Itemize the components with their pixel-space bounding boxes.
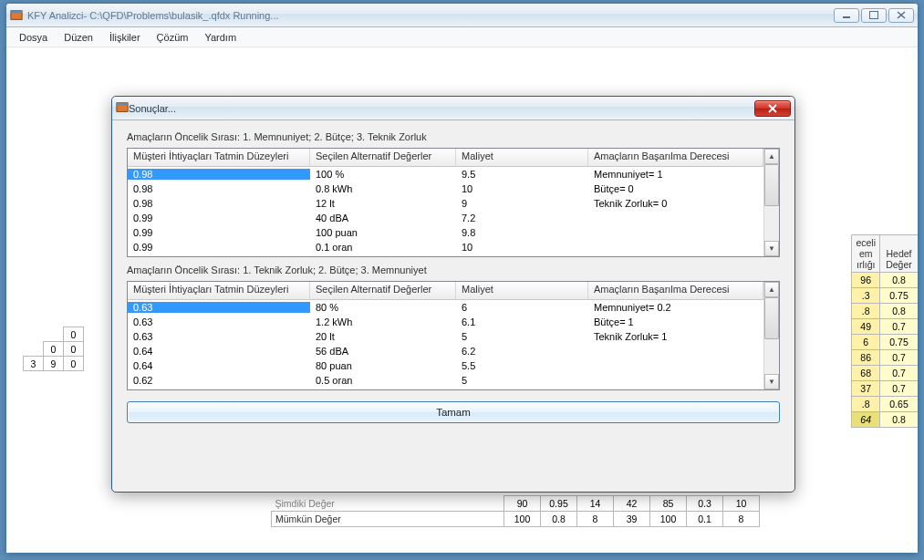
svg-rect-2 bbox=[843, 16, 850, 18]
dialog-titlebar[interactable]: Sonuçlar... bbox=[112, 97, 794, 120]
bg-head-a: eceliemırlığı bbox=[852, 235, 880, 273]
dialog-icon bbox=[116, 101, 129, 116]
col-header[interactable]: Müşteri İhtiyaçları Tatmin Düzeyleri bbox=[128, 282, 310, 299]
menu-dosya[interactable]: Dosya bbox=[12, 30, 55, 45]
table-row[interactable]: 0.980.8 kWh10Bütçe= 0 bbox=[128, 181, 763, 196]
table-row[interactable]: 0.6480 puan5.5 bbox=[128, 358, 763, 373]
list1-scrollbar[interactable]: ▲ ▼ bbox=[763, 149, 779, 256]
cell: 0.63 bbox=[128, 316, 310, 327]
cell: 0.5 oran bbox=[310, 375, 456, 386]
table-row[interactable]: 0.990.1 oran10 bbox=[128, 240, 763, 254]
col-header[interactable]: Seçilen Alternatif Değerler bbox=[310, 149, 456, 166]
bg-bottom-cell: 90 bbox=[504, 496, 541, 512]
table-row[interactable]: 0.620.5 oran5 bbox=[128, 373, 763, 388]
cell: 12 lt bbox=[310, 198, 456, 209]
table-row[interactable]: 0.6320 lt5Teknik Zorluk= 1 bbox=[128, 329, 763, 344]
client-area: eceliemırlığı HedefDeğer 960.8.30.75.80.… bbox=[6, 47, 918, 553]
minimize-button[interactable] bbox=[834, 8, 859, 23]
cell: 0.98 bbox=[128, 198, 310, 209]
cell: 40 dBA bbox=[310, 213, 456, 223]
cell: 0.1 oran bbox=[310, 242, 456, 253]
menu-duzen[interactable]: Düzen bbox=[57, 30, 100, 45]
cell: 6.1 bbox=[456, 316, 588, 327]
bg-bottom-cell: 8 bbox=[723, 512, 760, 527]
cell: Memnuniyet= 0.2 bbox=[588, 302, 763, 313]
cell: 80 % bbox=[310, 302, 456, 313]
cell: Memnuniyet= 1 bbox=[588, 169, 763, 180]
bg-bottom-cell: 10 bbox=[723, 496, 760, 512]
bg-bottom-cell: 14 bbox=[577, 496, 614, 512]
menu-yardim[interactable]: Yardım bbox=[197, 30, 244, 45]
cell: 5 bbox=[456, 375, 588, 386]
menu-cozum[interactable]: Çözüm bbox=[150, 30, 196, 45]
section2-label: Amaçların Öncelik Sırası: 1. Teknik Zorl… bbox=[127, 264, 780, 275]
cell: 80 puan bbox=[310, 360, 456, 371]
list1-header[interactable]: Müşteri İhtiyaçları Tatmin Düzeyleri Seç… bbox=[128, 149, 763, 167]
table-row[interactable]: 0.6456 dBA6.2 bbox=[128, 344, 763, 358]
scroll-down-icon[interactable]: ▼ bbox=[764, 241, 779, 256]
bg-bottom-cell: 42 bbox=[614, 496, 650, 512]
cell: 1.2 kWh bbox=[310, 316, 456, 327]
svg-rect-3 bbox=[870, 12, 878, 19]
cell: 0.64 bbox=[128, 360, 310, 371]
ok-button[interactable]: Tamam bbox=[127, 401, 780, 423]
bg-bottom-cell: 100 bbox=[504, 512, 541, 527]
main-titlebar[interactable]: KFY Analizci- C:\QFD\Problems\bulasik_.q… bbox=[6, 4, 918, 27]
table-row[interactable]: 0.9940 dBA7.2 bbox=[128, 211, 763, 225]
table-row[interactable]: 0.98100 %9.5Memnuniyet= 1 bbox=[128, 167, 763, 181]
bg-bottom-cell: 0.8 bbox=[541, 512, 577, 527]
scroll-up-icon[interactable]: ▲ bbox=[764, 282, 779, 297]
results-dialog: Sonuçlar... Amaçların Öncelik Sırası: 1.… bbox=[111, 96, 795, 493]
bg-head-b: HedefDeğer bbox=[880, 235, 919, 273]
col-header[interactable]: Seçilen Alternatif Değerler bbox=[310, 282, 456, 299]
cell: 6 bbox=[456, 302, 588, 313]
cell: 20 lt bbox=[310, 331, 456, 342]
cell: Teknik Zorluk= 0 bbox=[588, 198, 763, 209]
table-row[interactable]: 0.631.2 kWh6.1Bütçe= 1 bbox=[128, 315, 763, 329]
table-row[interactable]: 0.6380 %6Memnuniyet= 0.2 bbox=[128, 300, 763, 315]
list2-header[interactable]: Müşteri İhtiyaçları Tatmin Düzeyleri Seç… bbox=[128, 282, 763, 300]
menubar: Dosya Düzen İlişkiler Çözüm Yardım bbox=[6, 27, 918, 47]
scroll-thumb[interactable] bbox=[764, 164, 779, 206]
cell: 0.8 kWh bbox=[310, 183, 456, 194]
col-header[interactable]: Müşteri İhtiyaçları Tatmin Düzeyleri bbox=[128, 149, 310, 166]
main-close-button[interactable] bbox=[888, 8, 914, 23]
col-header[interactable]: Maliyet bbox=[456, 282, 588, 299]
list2-scrollbar[interactable]: ▲ ▼ bbox=[763, 282, 779, 389]
bg-bottom-cell: 100 bbox=[650, 512, 687, 527]
dialog-close-button[interactable] bbox=[754, 100, 791, 117]
cell: Bütçe= 0 bbox=[588, 183, 763, 194]
cell: 9 bbox=[456, 198, 588, 209]
results-list-1: Müşteri İhtiyaçları Tatmin Düzeyleri Seç… bbox=[127, 148, 780, 257]
bg-bottom-cell: 0.1 bbox=[687, 512, 723, 527]
cell: 9.5 bbox=[456, 169, 588, 180]
col-header[interactable]: Maliyet bbox=[456, 149, 588, 166]
maximize-button[interactable] bbox=[861, 8, 887, 23]
menu-iliskiler[interactable]: İlişkiler bbox=[102, 30, 148, 45]
table-row[interactable]: 0.9812 lt9Teknik Zorluk= 0 bbox=[128, 196, 763, 211]
bg-bottom-rows: Şimdiki Değer900.951442850.310Mümkün Değ… bbox=[271, 495, 760, 527]
cell: 0.63 bbox=[128, 302, 310, 313]
cell: 0.98 bbox=[128, 169, 310, 180]
main-window: KFY Analizci- C:\QFD\Problems\bulasik_.q… bbox=[5, 3, 919, 554]
scroll-up-icon[interactable]: ▲ bbox=[764, 149, 779, 164]
section1-label: Amaçların Öncelik Sırası: 1. Memnuniyet;… bbox=[127, 131, 780, 142]
table-row[interactable]: 0.99100 puan9.8 bbox=[128, 225, 763, 240]
bg-right-table: eceliemırlığı HedefDeğer 960.8.30.75.80.… bbox=[851, 234, 918, 428]
bg-bottom-cell: 0.3 bbox=[687, 496, 723, 512]
scroll-thumb[interactable] bbox=[764, 297, 779, 339]
col-header[interactable]: Amaçların Başarılma Derecesi bbox=[588, 282, 763, 299]
cell: 10 bbox=[456, 183, 588, 194]
cell: 0.99 bbox=[128, 227, 310, 238]
cell: 6.2 bbox=[456, 346, 588, 357]
cell: 56 dBA bbox=[310, 346, 456, 357]
col-header[interactable]: Amaçların Başarılma Derecesi bbox=[588, 149, 763, 166]
cell: 0.99 bbox=[128, 242, 310, 253]
cell: 5 bbox=[456, 331, 588, 342]
scroll-down-icon[interactable]: ▼ bbox=[764, 374, 779, 389]
app-icon bbox=[10, 9, 23, 22]
cell: 100 puan bbox=[310, 227, 456, 238]
bg-bottom-cell: 85 bbox=[650, 496, 687, 512]
svg-rect-7 bbox=[117, 102, 128, 105]
cell: 0.64 bbox=[128, 346, 310, 357]
